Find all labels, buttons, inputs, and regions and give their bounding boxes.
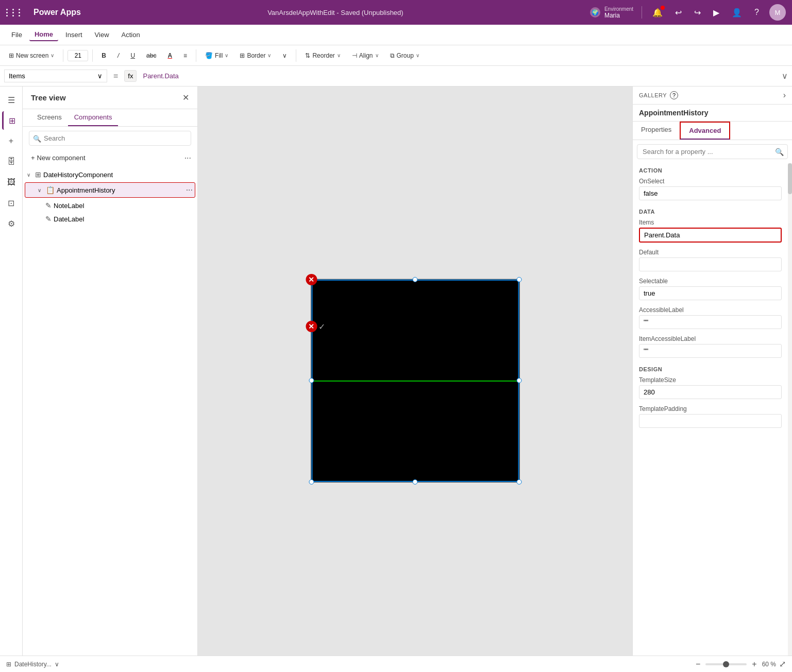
underline-button[interactable]: U <box>126 49 140 62</box>
zoom-expand-icon[interactable]: ⤢ <box>779 659 786 669</box>
menu-action[interactable]: Action <box>116 29 145 41</box>
selector-dropdown[interactable]: Items ∨ <box>4 70 107 82</box>
zoom-plus-button[interactable]: + <box>750 660 759 669</box>
canvas-area[interactable]: ✕ ✕ ✓ <box>198 87 632 656</box>
field-template-size: TemplateSize <box>633 374 788 403</box>
app-logo: Power Apps <box>33 8 81 17</box>
tab-advanced[interactable]: Advanced <box>680 122 730 140</box>
tab-screens[interactable]: Screens <box>31 109 68 126</box>
handle-bl[interactable] <box>309 479 314 484</box>
right-scroll-area[interactable]: ACTION OnSelect DATA Items Default Selec… <box>633 163 788 656</box>
align-button[interactable]: ≡ <box>179 49 192 62</box>
new-screen-icon: ⊞ <box>9 52 14 59</box>
new-screen-button[interactable]: ⊞ New screen ∨ <box>4 49 59 62</box>
group-button[interactable]: ⧉ Group ∨ <box>385 49 424 62</box>
search-icon: 🔍 <box>33 134 41 142</box>
sidebar-icon-layers[interactable]: ⊞ <box>2 111 21 130</box>
user-button[interactable]: 👤 <box>730 6 744 20</box>
canvas-content: ✕ ✕ ✓ <box>311 279 519 484</box>
redo-button[interactable]: ↪ <box>692 6 703 20</box>
italic-button[interactable]: / <box>113 49 124 62</box>
fill-button[interactable]: 🪣 Fill ∨ <box>200 49 233 62</box>
handle-bc[interactable] <box>413 479 418 484</box>
search-input[interactable] <box>29 131 191 146</box>
sidebar-icon-add[interactable]: + <box>2 132 21 150</box>
reorder-button[interactable]: ⇅ Reorder ∨ <box>300 49 345 62</box>
sidebar-icon-menu[interactable]: ☰ <box>2 91 21 109</box>
sidebar-icon-tools[interactable]: ⚙ <box>2 214 21 233</box>
template-size-input[interactable] <box>639 385 782 399</box>
sidebar-icon-media[interactable]: 🖼 <box>2 173 21 192</box>
right-tabs: Properties Advanced <box>633 122 792 140</box>
menu-home[interactable]: Home <box>29 28 58 41</box>
border-button[interactable]: ⊞ Border ∨ <box>235 49 276 62</box>
font-size-input[interactable] <box>68 50 88 61</box>
app-grid-icon[interactable] <box>6 9 23 16</box>
items-input[interactable] <box>639 228 782 243</box>
menu-insert[interactable]: Insert <box>60 29 88 41</box>
tab-components[interactable]: Components <box>68 109 119 126</box>
zoom-slider[interactable] <box>705 663 747 665</box>
tree-node-datelabel[interactable]: ✎ DateLabel <box>23 212 197 226</box>
property-search-input[interactable] <box>637 144 788 159</box>
tab-properties[interactable]: Properties <box>633 122 680 140</box>
sidebar-icon-components[interactable]: ⊡ <box>2 194 21 212</box>
checkmark-icon: ✓ <box>318 321 325 331</box>
handle-mr[interactable] <box>516 378 521 383</box>
new-screen-chevron: ∨ <box>50 53 54 58</box>
toolbar-divider-4 <box>296 49 296 62</box>
gallery-close-button-left[interactable]: ✕ <box>306 320 317 332</box>
appointmenthistory-chevron: ∨ <box>38 187 44 193</box>
notelabel-label: NoteLabel <box>54 202 193 210</box>
dropdown-arrow-button[interactable]: ∨ <box>278 49 292 62</box>
onselect-input[interactable] <box>639 186 782 200</box>
scrollbar-thumb[interactable] <box>788 163 792 194</box>
user-avatar[interactable]: M <box>769 4 786 21</box>
environment-display[interactable]: 🌍 Environment Maria <box>590 6 633 19</box>
sidebar-icon-data[interactable]: 🗄 <box>2 152 21 171</box>
topbar-right: 🌍 Environment Maria 🔔 ↩ ↪ ▶ 👤 ? M <box>590 4 786 21</box>
align-btn[interactable]: ⊣ Align ∨ <box>347 49 383 62</box>
undo-button[interactable]: ↩ <box>673 6 684 20</box>
new-screen-label: New screen <box>16 52 48 59</box>
help-button[interactable]: ? <box>752 6 761 19</box>
align-chevron: ∨ <box>375 53 379 58</box>
font-color-button[interactable]: A <box>163 49 177 62</box>
template-padding-input[interactable] <box>639 414 782 428</box>
zoom-minus-button[interactable]: − <box>694 660 702 669</box>
handle-tc[interactable] <box>413 277 418 282</box>
gallery-help-icon[interactable]: ? <box>670 91 678 99</box>
tree-close-button[interactable]: ✕ <box>182 93 189 102</box>
item-accessible-label-input[interactable] <box>639 344 782 358</box>
tree-items: ∨ ⊞ DateHistoryComponent ∨ 📋 Appointment… <box>23 166 197 656</box>
menu-view[interactable]: View <box>90 29 114 41</box>
accessible-label-input[interactable] <box>639 315 782 329</box>
new-component-icon: + <box>31 154 35 162</box>
tree-title: Tree view <box>31 93 66 102</box>
selectable-input[interactable] <box>639 286 782 300</box>
selectable-label: Selectable <box>639 278 782 285</box>
fx-button[interactable]: fx <box>124 70 137 82</box>
run-button[interactable]: ▶ <box>711 6 721 20</box>
strikethrough-button[interactable]: abc <box>142 49 161 62</box>
menu-file[interactable]: File <box>6 29 27 41</box>
statusbar-chevron-icon[interactable]: ∨ <box>55 661 59 668</box>
formula-input[interactable] <box>141 70 778 82</box>
gallery-element[interactable]: ✕ ✕ ✓ <box>311 279 519 482</box>
handle-tr[interactable] <box>516 277 521 282</box>
new-component-button[interactable]: + New component <box>29 152 88 164</box>
tree-node-appointmenthistory[interactable]: ∨ 📋 AppointmentHistory ··· <box>25 182 195 198</box>
default-input[interactable] <box>639 257 782 271</box>
right-scrollbar[interactable] <box>788 163 792 656</box>
tree-node-notelabel[interactable]: ✎ NoteLabel <box>23 199 197 212</box>
handle-br[interactable] <box>516 479 521 484</box>
tree-node-datehistory[interactable]: ∨ ⊞ DateHistoryComponent <box>23 168 197 181</box>
bold-button[interactable]: B <box>97 49 111 62</box>
right-panel-expand-icon[interactable]: › <box>783 91 786 100</box>
formula-expand-icon[interactable]: ∨ <box>782 71 788 81</box>
gallery-close-button-tl[interactable]: ✕ <box>306 273 317 285</box>
handle-ml[interactable] <box>309 378 314 383</box>
appointmenthistory-more[interactable]: ··· <box>186 185 193 195</box>
tree-more-button[interactable]: ··· <box>184 153 191 163</box>
fill-label: Fill <box>215 52 223 59</box>
